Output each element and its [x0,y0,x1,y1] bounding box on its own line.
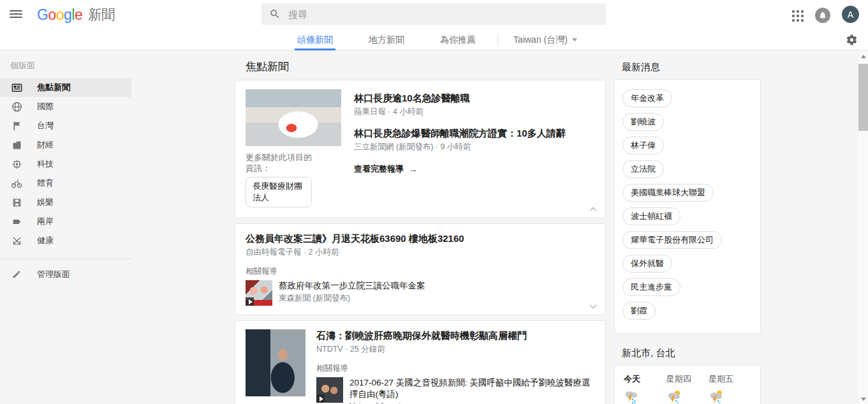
story-source: 自由時報電子報 · 2 小時前 [246,247,595,258]
sidebar-item-label: 娛樂 [37,197,54,208]
sidebar-item-label: 健康 [37,235,54,246]
sidebar-item-label: 兩岸 [37,216,54,227]
sidebar-item-label: 國際 [37,101,54,112]
sidebar-divider [0,258,131,259]
search-icon [269,8,281,20]
search-bar[interactable] [261,3,606,25]
top-tabs: 頭條新聞 地方新聞 為你推薦 Taiwan (台灣) [0,29,868,50]
arrows-icon [11,235,22,246]
story-title[interactable]: 公務員年改案三讀》月退天花板63690 樓地板32160 [246,232,595,245]
sidebar-section-label: 個版面 [0,51,131,78]
topic-chip[interactable]: 波士頓紅襪 [622,207,680,225]
app-logo[interactable]: Google 新聞 [37,6,115,24]
related-video-thumbnail[interactable] [246,280,272,306]
story-title[interactable]: 林口長庚逾10名急診醫離職 [354,92,566,105]
sidebar-item-manage-sections[interactable]: 管理版面 [0,265,131,284]
story-source: 三立新聞網 (新聞發布) · 9 小時前 [354,142,566,153]
story-title[interactable]: 林口長庚急診爆醫師離職潮院方證實：10多人請辭 [354,127,566,140]
sidebar-item-label: 科技 [37,158,54,170]
tag-icon [11,216,22,227]
sidebar-item-label: 財經 [37,139,54,151]
newspaper-icon [11,82,22,93]
topic-chip[interactable]: 保外就醫 [622,255,672,273]
sidebar-item-label: 體育 [37,177,54,189]
google-logo-text: Google [37,6,82,24]
story-image[interactable] [246,89,341,146]
topic-chip[interactable]: 美國職業棒球大聯盟 [622,184,714,202]
weather-day: 今天 33°26° [624,373,666,404]
sidebar-item-headlines[interactable]: 焦點新聞 [0,78,131,97]
building-icon [11,139,22,151]
collapse-chevron-up-icon[interactable] [589,207,597,212]
sidebar-item-cross-strait[interactable]: 兩岸 [0,212,131,231]
header-actions: A [792,6,859,23]
arrow-right-icon: → [409,165,417,174]
weather-card: 今天 33°26° 星期四 33°26° 星期五 33°26° [614,365,761,404]
topic-chip[interactable]: 林子偉 [622,137,664,154]
topic-chip[interactable]: 立法院 [622,160,664,178]
scroll-down-arrow[interactable] [858,394,868,404]
related-source: 東森新聞 (新聞發布) [279,293,425,304]
weather-day: 星期四 33°26° [666,373,709,404]
sidebar-item-sports[interactable]: 體育 [0,174,131,193]
sun-storm-icon [709,389,751,404]
related-source: Voice of America [349,401,595,404]
latest-news-title: 最新消息 [622,61,761,73]
sidebar-item-technology[interactable]: 科技 [0,154,131,174]
related-title[interactable]: 2017-06-27 美國之音視頻新聞: 美國呼籲中國給予劉曉波醫療選擇自由(粵… [349,377,595,400]
tab-divider [497,34,498,46]
notifications-bell-icon[interactable] [815,8,830,23]
account-avatar[interactable]: A [842,6,859,23]
sidebar-item-label: 管理版面 [37,269,70,280]
story-source: NTDTV · 25 分鐘前 [316,344,595,355]
topic-chip[interactable]: 劉霞 [622,302,656,320]
scroll-up-arrow[interactable] [858,51,868,61]
view-full-coverage-link[interactable]: 查看完整報導 → [354,163,566,175]
main-column: 焦點新聞 更多關於此項目的資訊： 長庚醫療財團法人 林口長庚逾10名急診醫離職 … [235,51,606,404]
pencil-icon [11,269,22,280]
topic-chip[interactable]: 民主進步黨 [622,278,680,296]
topic-chip[interactable]: 長庚醫療財團法人 [246,177,312,207]
topic-chip[interactable]: 年金改革 [622,89,672,107]
edition-picker[interactable]: Taiwan (台灣) [513,34,577,46]
weather-day: 星期五 33°26° [709,373,751,404]
related-coverage-label: 相關報導 [246,266,595,277]
expand-chevron-down-icon[interactable] [589,304,597,309]
search-input[interactable] [288,9,598,20]
story-title[interactable]: 石濤：劉曉波肝癌晚期保外就醫時機彰顯高層權鬥 [316,329,595,342]
related-video-thumbnail[interactable] [316,377,343,403]
sidebar-item-label: 台灣 [37,120,54,131]
app-header: Google 新聞 A 頭條新聞 地方新聞 為你推薦 Taiwan (台灣) [0,0,868,50]
settings-gear-icon[interactable] [846,34,858,49]
product-name: 新聞 [88,6,115,24]
sidebar: 個版面 焦點新聞 國際 台灣 財經 科技 體育 娛樂 兩岸 健康 管理版面 [0,51,131,404]
topic-chip[interactable]: 耀華電子股份有限公司 [622,231,722,249]
sun-storm-icon [666,389,709,404]
chip-icon [11,158,22,170]
story-image[interactable] [246,329,305,396]
topic-chip[interactable]: 劉曉波 [622,113,664,131]
sidebar-item-entertainment[interactable]: 娛樂 [0,193,131,212]
apps-grid-icon[interactable] [792,10,804,22]
story-source: 蘋果日報 · 4 小時前 [354,107,566,117]
tab-local-news[interactable]: 地方新聞 [366,30,407,50]
storm-rain-icon [624,389,666,404]
tab-headlines[interactable]: 頭條新聞 [295,30,335,50]
story-card: 石濤：劉曉波肝癌晚期保外就醫時機彰顯高層權鬥 NTDTV · 25 分鐘前 相關… [235,320,606,404]
sidebar-item-health[interactable]: 健康 [0,231,131,250]
right-rail: 最新消息 年金改革 劉曉波 林子偉 立法院 美國職業棒球大聯盟 波士頓紅襪 耀華… [614,51,761,404]
sidebar-item-taiwan[interactable]: 台灣 [0,116,131,135]
globe-icon [11,101,22,112]
scrollbar-thumb[interactable] [858,64,868,131]
story-card: 更多關於此項目的資訊： 長庚醫療財團法人 林口長庚逾10名急診醫離職 蘋果日報 … [235,80,606,218]
weather-location-title: 新北市, 台北 [622,347,761,359]
sidebar-item-business[interactable]: 財經 [0,135,131,154]
menu-icon[interactable] [10,8,22,20]
filmstrip-icon [11,197,22,208]
related-title[interactable]: 蔡政府年改第一步立院三讀公職年金案 [279,280,425,292]
play-icon [316,394,325,403]
sidebar-item-world[interactable]: 國際 [0,97,131,116]
tab-for-you[interactable]: 為你推薦 [438,30,478,50]
related-coverage-label: 相關報導 [316,363,595,374]
vertical-scrollbar[interactable] [857,51,868,404]
